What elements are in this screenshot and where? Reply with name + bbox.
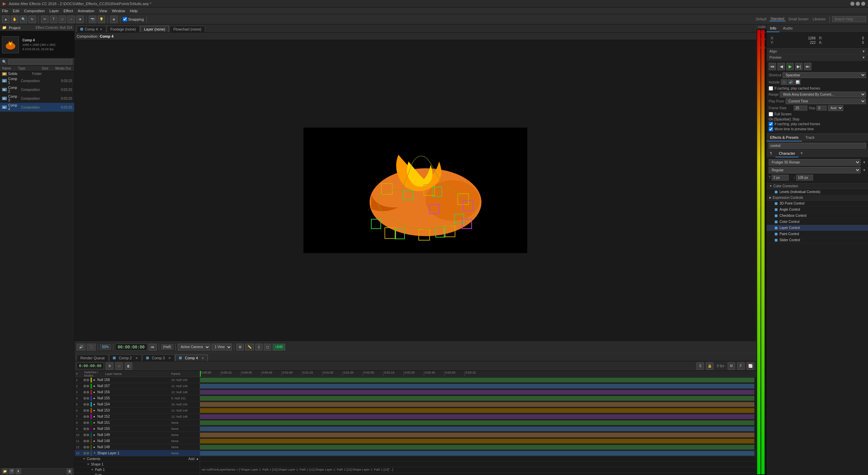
layer-row-12[interactable]: 12 ● Null 148 None (75, 444, 200, 450)
shortcut-select[interactable]: Spacebar (783, 72, 866, 78)
composition-view[interactable] (75, 40, 756, 341)
menu-composition[interactable]: Composition (24, 9, 45, 13)
vis-dot-2[interactable] (86, 385, 89, 387)
solo-dot-6[interactable] (83, 409, 86, 412)
minimize-button[interactable] (850, 2, 854, 6)
solo-dot-12[interactable] (83, 446, 86, 449)
tool-hand[interactable]: ✋ (11, 16, 18, 23)
layer-row-1[interactable]: 1 ● Null 158 10: Null 150 (75, 377, 200, 383)
vis-dot-7[interactable] (86, 415, 89, 418)
play-button[interactable]: ▶ (786, 63, 794, 70)
vis-dot-11[interactable] (86, 440, 89, 442)
layer-row-13[interactable]: 13 ▼ Shape Layer 1 None (75, 450, 200, 456)
effect-color[interactable]: Color Control (767, 219, 868, 225)
preview-transparency-button[interactable]: ⬛ (87, 344, 96, 350)
menu-edit[interactable]: Edit (13, 9, 19, 13)
ruler-button[interactable]: 📏 (245, 344, 254, 350)
font-expand[interactable]: ▼ (863, 160, 866, 164)
tab-track[interactable]: Track (802, 134, 818, 141)
menu-help[interactable]: Help (130, 9, 138, 13)
include-overhead-btn[interactable]: 📊 (794, 79, 801, 85)
vis-dot-12[interactable] (86, 446, 89, 449)
snapping-toggle[interactable]: Snapping (123, 17, 144, 21)
workspace-default[interactable]: Default (754, 17, 768, 21)
layer-row-4[interactable]: 4 ● Null 155 9: Null 151 (75, 395, 200, 401)
tool-camera[interactable]: 📷 (89, 16, 96, 23)
layer-row-7[interactable]: 7 ● Null 152 12: Null 148 (75, 414, 200, 420)
tool-shape-ellipse[interactable]: ○ (67, 16, 75, 23)
effects-search-input[interactable] (769, 143, 866, 149)
solo-dot-7[interactable] (83, 415, 86, 418)
solo-dot-9[interactable] (83, 428, 86, 430)
tool-pen[interactable]: ✏ (41, 16, 48, 23)
solo-dot-5[interactable] (83, 403, 86, 406)
camera-select[interactable]: Active Camera (178, 344, 210, 350)
tab-timeline-comp3-close[interactable]: ✕ (168, 356, 171, 360)
include-video-btn[interactable]: 🎥 (781, 79, 787, 85)
graph-editor-button[interactable]: 📈 (747, 362, 754, 370)
layer-row-5[interactable]: 5 ● Null 154 10: Null 150 (75, 401, 200, 407)
play-from-select[interactable]: Current Time (786, 98, 866, 104)
expand-arrow-13[interactable]: ▼ (93, 452, 96, 455)
project-item-comp4[interactable]: ▶ Comp 4 Composition 0:03:25 (0, 103, 74, 112)
goto-start-button[interactable]: ⏮ (149, 344, 157, 350)
reset-exposure-button[interactable]: +640 (273, 344, 285, 350)
preview-expand[interactable]: ▼ (862, 56, 865, 59)
layer-row-6[interactable]: 6 ● Null 153 11: Null 149 (75, 407, 200, 414)
solo-dot-8[interactable] (83, 421, 86, 424)
tab-comp4[interactable]: Comp 4 ✕ (77, 26, 106, 32)
tab-character[interactable]: Character (775, 150, 798, 157)
tab-comp4-close[interactable]: ✕ (100, 27, 102, 31)
solo-dot-3[interactable] (83, 391, 86, 394)
tab-timeline-comp2[interactable]: Comp 2 ✕ (109, 355, 142, 361)
vis-dot-4[interactable] (86, 397, 89, 400)
import-button[interactable]: ⬇ (16, 469, 21, 474)
first-frame-button[interactable]: ⏮ (769, 63, 776, 70)
new-folder-button[interactable]: 📁 (2, 469, 7, 474)
tab-timeline-comp3[interactable]: Comp 3 ✕ (142, 355, 175, 361)
tab-flowchart[interactable]: Flowchart (none) (170, 26, 205, 32)
project-search-input[interactable] (8, 59, 72, 64)
project-item-comp2[interactable]: ▶ Comp 2 Composition 0:03:25 (0, 85, 74, 94)
overlay-button[interactable]: ◻ (264, 344, 271, 350)
prop-path1[interactable]: ▼ Path 1 (75, 467, 200, 473)
effect-slider[interactable]: Slider Control (767, 237, 868, 243)
motion-blur-button[interactable]: M (728, 362, 735, 370)
tool-shape-star[interactable]: ★ (76, 16, 84, 23)
workspace-libraries[interactable]: Libraries (811, 17, 827, 21)
delete-item-button[interactable]: 🗑 (67, 469, 72, 474)
menu-effect[interactable]: Effect (63, 9, 73, 13)
tab-timeline-comp4[interactable]: Comp 4 ✕ (175, 355, 208, 361)
menu-animation[interactable]: Animation (78, 9, 94, 13)
search-help-input[interactable] (832, 16, 866, 22)
maximize-button[interactable] (856, 2, 860, 6)
menu-view[interactable]: View (99, 9, 107, 13)
vis-dot-13[interactable] (86, 452, 89, 455)
effect-levels-individual[interactable]: Levels (Individual Controls) (767, 189, 868, 195)
vis-dot-6[interactable] (86, 409, 89, 412)
timeline-timecode[interactable]: 0:00:00:00 (77, 363, 104, 369)
color-correction-header[interactable]: ▼ Color Correction (767, 184, 868, 189)
solo-dot-4[interactable] (83, 397, 86, 400)
viewer-timecode[interactable]: 00:00:00:00 (115, 344, 147, 350)
tool-puppet[interactable]: ◈ (110, 16, 118, 23)
vis-dot-9[interactable] (86, 428, 89, 430)
align-expand[interactable]: ▼ (862, 50, 865, 53)
effect-paint[interactable]: Paint Control (767, 231, 868, 237)
prop-contents[interactable]: ▼ Contents Add: ● (75, 456, 200, 462)
prop-path[interactable]: Path (75, 473, 200, 475)
fullscreen-checkbox[interactable] (769, 112, 773, 116)
char-expand[interactable]: ▼ (798, 150, 805, 157)
tool-light[interactable]: 💡 (98, 16, 105, 23)
preview-audio-button[interactable]: 🔊 (77, 344, 85, 350)
tab-info[interactable]: Info (767, 25, 780, 32)
workspace-small[interactable]: Small Screen (787, 17, 810, 21)
effect-angle[interactable]: Angle Control (767, 207, 868, 213)
project-item-comp3[interactable]: ▶ Comp 3 Composition 0:03:25 (0, 94, 74, 103)
tab-layer[interactable]: Layer (none) (140, 26, 169, 32)
vis-dot-3[interactable] (86, 391, 89, 394)
tool-rotate[interactable]: ↻ (28, 16, 36, 23)
menu-file[interactable]: File (2, 9, 8, 13)
zoom-display[interactable]: 50% (100, 344, 111, 349)
expression-controls-header[interactable]: ▶ Expression Controls (767, 195, 868, 201)
